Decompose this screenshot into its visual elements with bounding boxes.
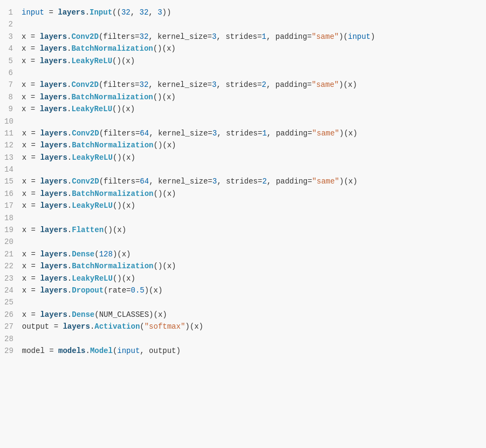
code-token: input [117,347,140,355]
code-token: , [131,8,140,17]
code-token: )(x) [339,80,357,89]
code-token: x [22,262,26,270]
code-token: layers [40,153,67,162]
code-token: Input [90,8,112,17]
code-line: 26x = layers.Dense(NUM_CLASSES)(x) [0,309,486,321]
code-token: ()(x) [112,105,135,113]
code-token: . [67,153,72,162]
code-token: Flatten [72,226,104,234]
code-token: . [67,262,72,270]
code-token: x [22,129,26,138]
code-line: 24x = layers.Dropout(rate=0.5)(x) [0,284,486,296]
code-token: Conv2D [72,129,99,138]
code-token: )( [339,32,348,41]
line-number: 21 [4,248,22,260]
line-number: 8 [4,91,22,103]
code-line: 15x = layers.Conv2D(filters=64, kernel_s… [0,175,486,187]
code-token: x [22,274,26,283]
code-token: x [22,177,26,186]
code-line: 28 [0,333,486,345]
code-token: . [67,310,72,319]
code-token: BatchNormalization [72,189,153,198]
line-content: x = layers.Conv2D(filters=64, kernel_siz… [22,127,358,139]
code-line: 19x = layers.Flatten()(x) [0,224,486,236]
code-token: layers [40,44,67,53]
code-token: x [22,286,26,295]
code-token: "same" [312,177,339,186]
code-token: . [67,177,72,186]
code-token: (filters= [99,177,140,186]
code-token: layers [40,310,67,319]
code-token: Conv2D [71,80,98,89]
code-token: model [22,347,45,355]
code-token: ()(x) [154,262,176,270]
code-token: ()(x) [113,153,135,162]
code-token: . [85,347,90,355]
code-token: Dense [72,310,94,319]
code-token: = [26,201,40,210]
code-token: = [26,153,40,162]
line-content: x = layers.BatchNormalization()(x) [22,260,176,272]
code-token: 64 [140,177,149,186]
code-token: = [26,93,39,101]
code-token: = [26,177,40,186]
code-token: = [44,8,58,17]
code-token: , kernel_size= [149,177,213,186]
code-line: 12x = layers.BatchNormalization()(x) [0,139,486,151]
code-line: 9x = layers.LeakyReLU()(x) [0,103,486,115]
line-content: x = layers.Conv2D(filters=32, kernel_siz… [22,79,357,91]
line-number: 13 [4,152,22,164]
line-content: x = layers.LeakyReLU()(x) [22,273,135,284]
code-line: 5x = layers.LeakyReLU()(x) [0,55,486,67]
code-token: layers [40,129,67,138]
code-token: input [348,32,371,41]
code-token: layers [40,274,67,283]
code-token: "same" [312,129,339,138]
code-token: "same" [312,32,339,41]
code-token: layers [40,250,67,259]
line-content: x = layers.Flatten()(x) [22,224,126,236]
code-token: , padding= [266,32,312,41]
line-number: 20 [4,236,22,248]
code-line: 8x = layers.BatchNormalization()(x) [0,91,486,103]
code-token: Activation [94,322,140,331]
line-number: 6 [4,67,22,79]
code-token: 32 [140,80,149,89]
line-content: x = layers.Dense(128)(x) [22,248,131,260]
code-token: 2 [262,80,266,89]
line-number: 26 [4,309,22,321]
code-token: layers [40,286,67,295]
code-token: ( [94,250,99,259]
code-token: layers [40,57,67,65]
code-token: = [26,44,39,53]
line-number: 23 [4,273,22,284]
code-token: 1 [262,32,266,41]
code-token: , padding= [267,177,312,186]
code-token: BatchNormalization [71,44,153,53]
code-token: layers [40,80,67,89]
line-number: 11 [4,127,22,139]
code-token: 3 [213,177,217,186]
code-token: x [22,250,26,259]
code-token: . [67,286,72,295]
code-token: (NUM_CLASSES)(x) [94,310,167,319]
code-token: layers [40,93,67,101]
code-token: , strides= [217,129,262,138]
line-content: x = layers.Conv2D(filters=64, kernel_siz… [22,175,358,187]
code-token: LeakyReLU [72,153,113,162]
code-token: 64 [140,129,149,138]
code-token: 128 [99,250,113,259]
code-token: ()(x) [154,141,176,150]
code-token: LeakyReLU [71,105,112,113]
code-token: = [26,189,40,198]
code-token: )(x) [145,286,163,295]
code-token: , output) [140,347,181,355]
line-number: 15 [4,175,22,187]
code-token: , [148,8,158,17]
code-token: ()(x) [113,274,135,283]
code-token: = [26,286,40,295]
line-number: 22 [4,260,22,272]
code-token: layers [40,32,67,41]
code-token: output [22,322,49,331]
code-token: , kernel_size= [148,32,212,41]
